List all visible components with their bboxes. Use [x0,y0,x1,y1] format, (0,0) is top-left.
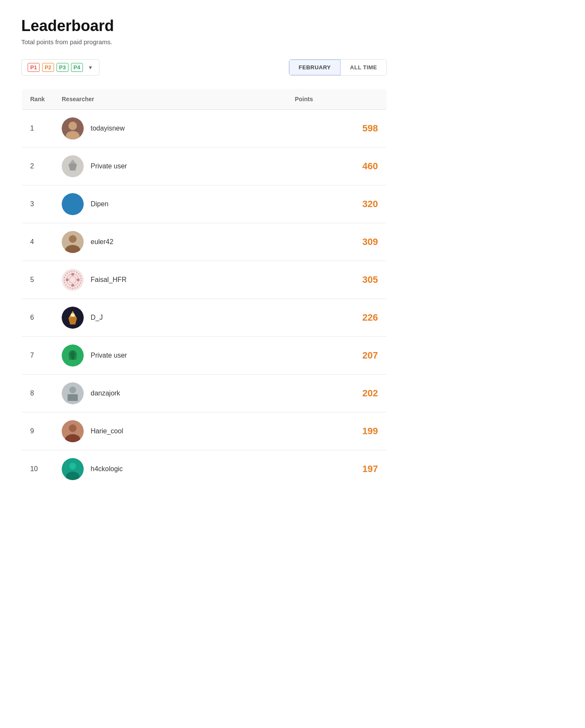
researcher-name: Private user [91,352,127,359]
table-row: 9 Harie_cool 199 [22,412,387,450]
table-row: 3 Dipen 320 [22,185,387,223]
filter-all-time-button[interactable]: ALL TIME [341,60,386,75]
avatar [62,155,84,177]
column-rank: Rank [22,89,54,110]
avatar [62,269,84,291]
page-title: Leaderboard [21,17,387,35]
avatar [62,344,84,367]
dropdown-arrow-icon: ▼ [88,65,93,71]
avatar [62,382,84,404]
points-cell: 309 [286,223,386,261]
table-header-row: Rank Researcher Points [22,89,387,110]
svg-rect-15 [71,284,74,287]
program-filter-dropdown[interactable]: P1 P2 P3 P4 ▼ [21,59,99,76]
researcher-cell: h4ckologic [53,450,286,488]
svg-rect-23 [68,394,78,401]
researcher-cell: euler42 [53,223,286,261]
svg-point-19 [71,313,75,317]
researcher-name: D_J [91,314,102,321]
rank-cell: 3 [22,185,54,223]
svg-point-22 [69,387,76,393]
table-row: 1 todayisnew 598 [22,110,387,148]
researcher-cell: Private user [53,337,286,375]
points-cell: 305 [286,261,386,299]
points-cell: 226 [286,299,386,337]
avatar [62,117,84,139]
points-cell: 460 [286,148,386,185]
researcher-cell: D_J [53,299,286,337]
badge-p3: P3 [57,63,68,72]
researcher-cell: danzajork [53,375,286,412]
table-row: 5 Faisal_HFR 305 [22,261,387,299]
column-points: Points [286,89,386,110]
leaderboard-table: Rank Researcher Points 1 todayisnew 598 … [21,88,387,488]
filter-february-button[interactable]: FEBRUARY [289,60,341,75]
badge-p2: P2 [42,63,54,72]
svg-rect-16 [66,279,68,281]
points-cell: 202 [286,375,386,412]
time-filter-group: FEBRUARY ALL TIME [289,59,387,76]
researcher-name: Private user [91,162,127,170]
researcher-name: h4ckologic [91,465,123,473]
researcher-name: danzajork [91,390,120,397]
table-row: 10 h4ckologic 197 [22,450,387,488]
points-cell: 199 [286,412,386,450]
avatar [62,231,84,253]
researcher-name: euler42 [91,238,113,246]
svg-rect-17 [77,279,80,281]
controls-row: P1 P2 P3 P4 ▼ FEBRUARY ALL TIME [21,59,387,76]
column-researcher: Researcher [53,89,286,110]
rank-cell: 1 [22,110,54,148]
rank-cell: 9 [22,412,54,450]
svg-point-6 [62,193,84,215]
researcher-name: todayisnew [91,125,125,132]
points-cell: 598 [286,110,386,148]
researcher-cell: todayisnew [53,110,286,148]
svg-point-25 [69,424,77,432]
svg-point-1 [68,122,77,130]
badge-p1: P1 [28,63,40,72]
avatar [62,193,84,215]
badge-p4: P4 [71,63,83,72]
researcher-cell: Harie_cool [53,412,286,450]
rank-cell: 5 [22,261,54,299]
points-cell: 197 [286,450,386,488]
rank-cell: 2 [22,148,54,185]
table-row: 2 Private user 460 [22,148,387,185]
points-cell: 207 [286,337,386,375]
researcher-name: Faisal_HFR [91,276,126,284]
avatar [62,307,84,329]
researcher-name: Harie_cool [91,427,123,435]
table-row: 8 danzajork 202 [22,375,387,412]
page-subtitle: Total points from paid programs. [21,38,387,46]
rank-cell: 4 [22,223,54,261]
avatar [62,420,84,442]
points-cell: 320 [286,185,386,223]
avatar [62,458,84,480]
researcher-cell: Dipen [53,185,286,223]
researcher-cell: Faisal_HFR [53,261,286,299]
rank-cell: 6 [22,299,54,337]
svg-point-8 [69,235,77,243]
table-row: 6 D_J 226 [22,299,387,337]
researcher-name: Dipen [91,200,108,208]
svg-rect-14 [71,273,74,276]
rank-cell: 7 [22,337,54,375]
researcher-cell: Private user [53,148,286,185]
table-row: 4 euler42 309 [22,223,387,261]
rank-cell: 8 [22,375,54,412]
rank-cell: 10 [22,450,54,488]
table-row: 7 Private user 207 [22,337,387,375]
svg-point-28 [69,463,76,469]
svg-point-10 [62,269,84,291]
